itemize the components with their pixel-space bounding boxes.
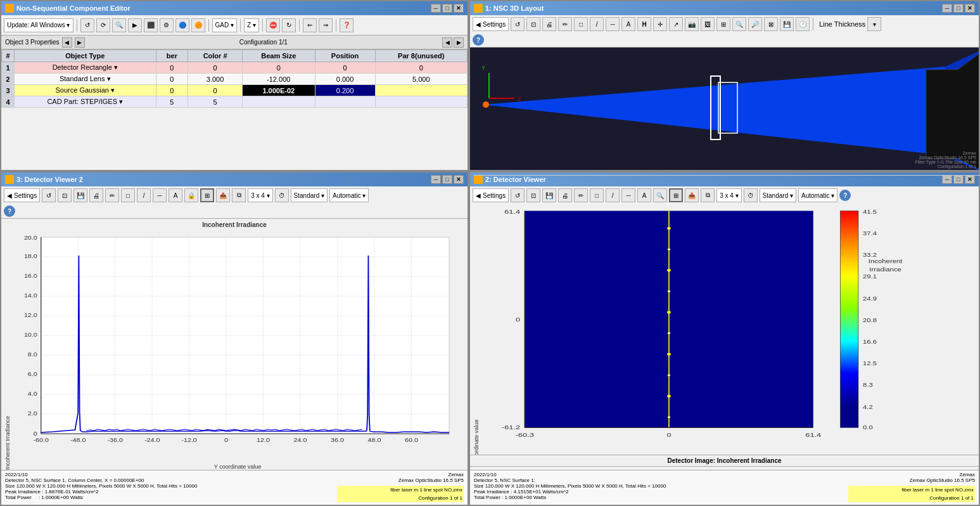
row-2-par8[interactable]: 5.000: [375, 74, 467, 85]
row-1-ber[interactable]: 0: [156, 62, 188, 74]
row-4-ber[interactable]: 5: [156, 96, 188, 108]
layout-settings-btn[interactable]: ◀ Settings: [473, 17, 509, 31]
row-3-beam[interactable]: 1.000E-02: [242, 85, 315, 96]
layout-text[interactable]: A: [621, 17, 635, 31]
det2-close[interactable]: ✕: [454, 175, 464, 184]
det1-clock[interactable]: ⏱: [744, 188, 758, 202]
det2-hline[interactable]: ─: [153, 188, 167, 202]
det1-print[interactable]: 🖨: [558, 188, 572, 202]
row-4-type[interactable]: CAD Part: STEP/IGES ▾: [15, 96, 156, 108]
icon2-btn[interactable]: ▶: [128, 18, 142, 32]
layout-close-btn[interactable]: ✕: [965, 4, 975, 13]
icon4-btn[interactable]: ⚙: [160, 18, 174, 32]
icon5-btn[interactable]: 🔵: [175, 18, 189, 32]
row-3-pos[interactable]: 0.200: [315, 85, 375, 96]
refresh-btn[interactable]: ↺: [80, 18, 94, 32]
subtitle-nav-left[interactable]: ◀: [62, 37, 72, 48]
layout-maximize-btn[interactable]: □: [953, 4, 964, 13]
row-2-pos[interactable]: 0.000: [315, 74, 375, 85]
layout-refresh2[interactable]: ⊡: [526, 17, 540, 31]
det2-lock[interactable]: 🔒: [184, 188, 198, 202]
det1-help-btn[interactable]: ?: [839, 190, 851, 201]
row-4-pos[interactable]: [315, 96, 375, 108]
layout-zoom[interactable]: 🔍: [732, 17, 746, 31]
icon7-btn[interactable]: ↻: [282, 18, 296, 32]
arrow-back-btn[interactable]: ⇐: [303, 18, 317, 32]
layout-cross[interactable]: ✛: [653, 17, 667, 31]
det2-rect[interactable]: □: [121, 188, 135, 202]
row-2-beam[interactable]: -12.000: [242, 74, 315, 85]
det2-maximize[interactable]: □: [442, 175, 452, 184]
layout-refresh1[interactable]: ↺: [511, 17, 525, 31]
refresh2-btn[interactable]: ⟳: [96, 18, 110, 32]
det2-standard[interactable]: Standard ▾: [291, 188, 328, 202]
icon6-btn[interactable]: 🟠: [191, 18, 205, 32]
layout-cam[interactable]: 📷: [685, 17, 699, 31]
row-3-color[interactable]: 0: [188, 85, 243, 96]
row-3-type[interactable]: Source Gaussian ▾: [15, 85, 156, 96]
row-1-beam[interactable]: 0: [242, 62, 315, 74]
layout-clock[interactable]: 🕐: [796, 17, 810, 31]
row-4-par8[interactable]: [375, 96, 467, 108]
row-2-ber[interactable]: 0: [156, 74, 188, 85]
layout-grid[interactable]: ⊞: [716, 17, 730, 31]
layout-move[interactable]: ↗: [669, 17, 683, 31]
close-btn[interactable]: ✕: [454, 4, 464, 13]
det1-3x4[interactable]: 3 x 4 ▾: [716, 188, 741, 202]
det1-copy[interactable]: ⊡: [526, 188, 540, 202]
z-btn[interactable]: Z ▾: [244, 18, 259, 32]
det2-edit[interactable]: ✏: [105, 188, 119, 202]
det1-minimize[interactable]: ─: [942, 175, 952, 184]
det1-settings-btn[interactable]: ◀ Settings: [473, 188, 509, 202]
det1-automatic[interactable]: Automatic ▾: [798, 188, 837, 202]
det2-layers[interactable]: ⧉: [232, 188, 246, 202]
row-1-color[interactable]: 0: [188, 62, 243, 74]
layout-rect[interactable]: □: [574, 17, 588, 31]
arrow-fwd-btn[interactable]: ⇒: [319, 18, 333, 32]
row-2-type[interactable]: Standard Lens ▾: [15, 74, 156, 85]
det1-export[interactable]: 📤: [685, 188, 699, 202]
det2-clock[interactable]: ⏱: [275, 188, 289, 202]
subtitle-nav-right[interactable]: ▶: [75, 37, 85, 48]
layout-hline[interactable]: ─: [606, 17, 620, 31]
layout-minimize-btn[interactable]: ─: [942, 4, 952, 13]
layout-export[interactable]: 💾: [780, 17, 794, 31]
det2-automatic[interactable]: Automatic ▾: [329, 188, 369, 202]
row-3-ber[interactable]: 0: [156, 85, 188, 96]
det1-grid-btn[interactable]: ⊞: [669, 188, 683, 202]
det2-export[interactable]: 📤: [216, 188, 230, 202]
det2-refresh1[interactable]: ↺: [42, 188, 56, 202]
det2-line[interactable]: /: [137, 188, 151, 202]
row-1-par8[interactable]: 0: [375, 62, 467, 74]
layout-help-btn[interactable]: ?: [473, 34, 484, 46]
det2-text[interactable]: A: [169, 188, 182, 202]
row-2-color[interactable]: 3.000: [188, 74, 243, 85]
stop-btn[interactable]: ⛔: [266, 18, 280, 32]
icon3-btn[interactable]: ⬛: [144, 18, 158, 32]
det1-hline[interactable]: ─: [621, 188, 635, 202]
row-3-par8[interactable]: [375, 85, 467, 96]
det1-save[interactable]: 💾: [542, 188, 556, 202]
update-all-windows-btn[interactable]: Update: All Windows ▾: [4, 18, 73, 32]
row-1-pos[interactable]: 0: [315, 62, 375, 74]
layout-print[interactable]: 🖨: [542, 17, 556, 31]
config-nav-right[interactable]: ▶: [454, 37, 464, 48]
det2-save[interactable]: 💾: [73, 188, 87, 202]
maximize-btn[interactable]: □: [442, 4, 452, 13]
layout-textb[interactable]: H: [637, 17, 651, 31]
line-thickness-dropdown[interactable]: ▾: [867, 17, 881, 31]
det1-edit[interactable]: ✏: [574, 188, 588, 202]
layout-zoomin[interactable]: 🔎: [748, 17, 762, 31]
help-btn-main[interactable]: ❓: [340, 18, 353, 32]
layout-line[interactable]: /: [590, 17, 604, 31]
row-4-color[interactable]: 5: [188, 96, 243, 108]
det1-text[interactable]: A: [637, 188, 651, 202]
layout-render[interactable]: 🖼: [701, 17, 715, 31]
layout-edit[interactable]: ✏: [558, 17, 572, 31]
det1-refresh1[interactable]: ↺: [511, 188, 525, 202]
gad-btn[interactable]: GAD ▾: [212, 18, 237, 32]
row-1-type[interactable]: Detector Rectangle ▾: [15, 62, 156, 74]
det1-zoom[interactable]: 🔍: [653, 188, 667, 202]
det1-rect[interactable]: □: [590, 188, 604, 202]
minimize-btn[interactable]: ─: [431, 4, 441, 13]
